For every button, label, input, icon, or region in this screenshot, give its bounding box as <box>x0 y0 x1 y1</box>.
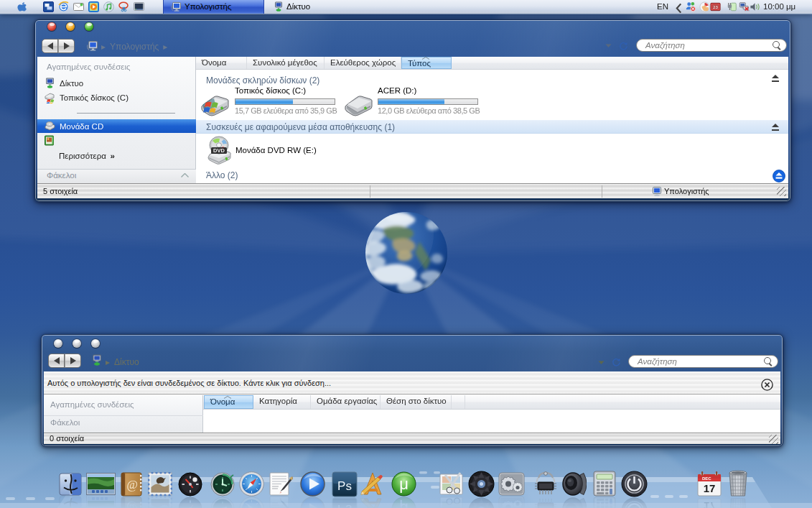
svg-text:μ: μ <box>399 500 409 508</box>
svg-text:@: @ <box>126 478 138 491</box>
svg-text:μ: μ <box>399 475 409 493</box>
svg-text:DVD: DVD <box>213 147 225 154</box>
svg-text:Ps: Ps <box>337 479 352 493</box>
svg-text:@: @ <box>126 502 138 508</box>
svg-text:17: 17 <box>704 482 716 494</box>
svg-text:DEC: DEC <box>702 476 711 481</box>
svg-text:23: 23 <box>713 4 718 9</box>
svg-text:Ps: Ps <box>337 502 352 508</box>
svg-text:17: 17 <box>704 500 716 508</box>
